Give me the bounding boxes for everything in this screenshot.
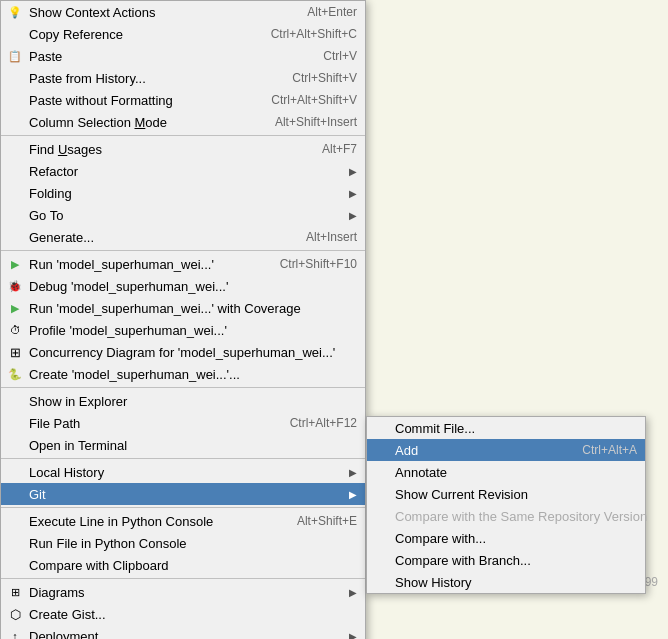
shortcut: Ctrl+V <box>323 49 357 63</box>
menu-label: Execute Line in Python Console <box>29 514 277 529</box>
menu-label: Local History <box>29 465 341 480</box>
menu-item-git[interactable]: Git ▶ <box>1 483 365 505</box>
submenu-item-commit-file[interactable]: Commit File... <box>367 417 645 439</box>
menu-item-paste-no-format[interactable]: Paste without Formatting Ctrl+Alt+Shift+… <box>1 89 365 111</box>
menu-label: Compare with the Same Repository Version <box>395 509 647 524</box>
github-icon: ⬡ <box>7 606 23 622</box>
submenu-arrow: ▶ <box>349 587 357 598</box>
submenu-arrow: ▶ <box>349 210 357 221</box>
run-icon: ▶ <box>7 256 23 272</box>
submenu-arrow: ▶ <box>349 631 357 640</box>
menu-label: Concurrency Diagram for 'model_superhuma… <box>29 345 357 360</box>
paste-icon: 📋 <box>7 48 23 64</box>
submenu-item-add[interactable]: Add Ctrl+Alt+A <box>367 439 645 461</box>
submenu-item-compare-same-repo: Compare with the Same Repository Version <box>367 505 645 527</box>
menu-item-find-usages[interactable]: Find Usages Alt+F7 <box>1 138 365 160</box>
menu-label: Git <box>29 487 341 502</box>
bulb-icon: 💡 <box>7 4 23 20</box>
shortcut: Alt+Insert <box>306 230 357 244</box>
menu-item-file-path[interactable]: File Path Ctrl+Alt+F12 <box>1 412 365 434</box>
menu-label: Annotate <box>395 465 637 480</box>
menu-label: Paste <box>29 49 303 64</box>
menu-label: Deployment <box>29 629 341 640</box>
menu-label: Refactor <box>29 164 341 179</box>
menu-item-copy-reference[interactable]: Copy Reference Ctrl+Alt+Shift+C <box>1 23 365 45</box>
menu-item-folding[interactable]: Folding ▶ <box>1 182 365 204</box>
menu-label: Show History <box>395 575 637 590</box>
menu-label: Open in Terminal <box>29 438 357 453</box>
menu-label: File Path <box>29 416 270 431</box>
menu-item-run[interactable]: ▶ Run 'model_superhuman_wei...' Ctrl+Shi… <box>1 253 365 275</box>
submenu-item-compare-branch[interactable]: Compare with Branch... <box>367 549 645 571</box>
menu-item-paste-history[interactable]: Paste from History... Ctrl+Shift+V <box>1 67 365 89</box>
menu-item-run-coverage[interactable]: ▶ Run 'model_superhuman_wei...' with Cov… <box>1 297 365 319</box>
python-icon: 🐍 <box>7 366 23 382</box>
menu-item-paste[interactable]: 📋 Paste Ctrl+V <box>1 45 365 67</box>
menu-item-column-mode[interactable]: Column Selection Mode Alt+Shift+Insert <box>1 111 365 133</box>
context-menu: 💡 Show Context Actions Alt+Enter Copy Re… <box>0 0 366 639</box>
separator-4 <box>1 458 365 459</box>
menu-label: Paste without Formatting <box>29 93 251 108</box>
menu-item-local-history[interactable]: Local History ▶ <box>1 461 365 483</box>
coverage-icon: ▶ <box>7 300 23 316</box>
menu-label: Profile 'model_superhuman_wei...' <box>29 323 357 338</box>
menu-item-show-context-actions[interactable]: 💡 Show Context Actions Alt+Enter <box>1 1 365 23</box>
menu-label: Add <box>395 443 562 458</box>
menu-item-diagrams[interactable]: ⊞ Diagrams ▶ <box>1 581 365 603</box>
menu-label: Column Selection Mode <box>29 115 255 130</box>
menu-item-create[interactable]: 🐍 Create 'model_superhuman_wei...'... <box>1 363 365 385</box>
shortcut: Alt+Shift+E <box>297 514 357 528</box>
diagrams-icon: ⊞ <box>7 584 23 600</box>
shortcut: Alt+F7 <box>322 142 357 156</box>
menu-item-refactor[interactable]: Refactor ▶ <box>1 160 365 182</box>
deploy-icon: ↑ <box>7 628 23 639</box>
submenu-arrow: ▶ <box>349 489 357 500</box>
menu-label: Folding <box>29 186 341 201</box>
menu-label: Compare with... <box>395 531 637 546</box>
menu-item-run-file-console[interactable]: Run File in Python Console <box>1 532 365 554</box>
menu-label: Paste from History... <box>29 71 272 86</box>
git-submenu: Commit File... Add Ctrl+Alt+A Annotate S… <box>366 416 646 594</box>
menu-label: Diagrams <box>29 585 341 600</box>
menu-label: Create Gist... <box>29 607 357 622</box>
shortcut: Ctrl+Shift+V <box>292 71 357 85</box>
menu-item-execute-line[interactable]: Execute Line in Python Console Alt+Shift… <box>1 510 365 532</box>
menu-item-deployment[interactable]: ↑ Deployment ▶ <box>1 625 365 639</box>
menu-label: Find Usages <box>29 142 302 157</box>
submenu-item-show-current-revision[interactable]: Show Current Revision <box>367 483 645 505</box>
menu-label: Debug 'model_superhuman_wei...' <box>29 279 357 294</box>
separator-5 <box>1 507 365 508</box>
separator-1 <box>1 135 365 136</box>
menu-label: Run 'model_superhuman_wei...' <box>29 257 260 272</box>
menu-item-debug[interactable]: 🐞 Debug 'model_superhuman_wei...' <box>1 275 365 297</box>
submenu-arrow: ▶ <box>349 188 357 199</box>
menu-label: Compare with Clipboard <box>29 558 357 573</box>
menu-item-goto[interactable]: Go To ▶ <box>1 204 365 226</box>
submenu-item-show-history[interactable]: Show History <box>367 571 645 593</box>
profile-icon: ⏱ <box>7 322 23 338</box>
submenu-item-compare-with[interactable]: Compare with... <box>367 527 645 549</box>
menu-item-concurrency[interactable]: ⊞ Concurrency Diagram for 'model_superhu… <box>1 341 365 363</box>
menu-item-profile[interactable]: ⏱ Profile 'model_superhuman_wei...' <box>1 319 365 341</box>
menu-label: Run 'model_superhuman_wei...' with Cover… <box>29 301 357 316</box>
separator-3 <box>1 387 365 388</box>
separator-2 <box>1 250 365 251</box>
submenu-arrow: ▶ <box>349 467 357 478</box>
menu-label: Show Context Actions <box>29 5 287 20</box>
menu-label: Copy Reference <box>29 27 251 42</box>
shortcut: Ctrl+Shift+F10 <box>280 257 357 271</box>
shortcut: Ctrl+Alt+A <box>582 443 637 457</box>
concurrency-icon: ⊞ <box>7 344 23 360</box>
menu-label: Show in Explorer <box>29 394 357 409</box>
menu-label: Generate... <box>29 230 286 245</box>
shortcut: Alt+Shift+Insert <box>275 115 357 129</box>
menu-item-open-terminal[interactable]: Open in Terminal <box>1 434 365 456</box>
shortcut: Ctrl+Alt+Shift+C <box>271 27 357 41</box>
menu-item-show-explorer[interactable]: Show in Explorer <box>1 390 365 412</box>
menu-item-generate[interactable]: Generate... Alt+Insert <box>1 226 365 248</box>
menu-item-compare-clipboard[interactable]: Compare with Clipboard <box>1 554 365 576</box>
submenu-item-annotate[interactable]: Annotate <box>367 461 645 483</box>
menu-label: Compare with Branch... <box>395 553 637 568</box>
menu-item-create-gist[interactable]: ⬡ Create Gist... <box>1 603 365 625</box>
menu-label: Run File in Python Console <box>29 536 357 551</box>
